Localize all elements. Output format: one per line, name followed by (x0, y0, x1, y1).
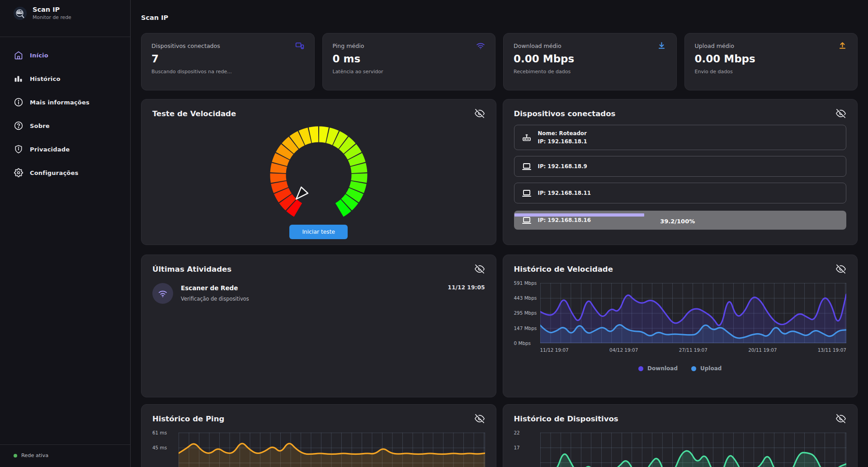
eye-off-icon[interactable] (474, 264, 485, 274)
stat-card-ping: Ping médio 0 ms Latência ao servidor (322, 33, 496, 90)
scan-progress-bar (514, 213, 645, 217)
sidebar-item-historico[interactable]: Histórico (0, 67, 130, 90)
ping-chart-y-axis: 61 ms 45 ms (152, 433, 179, 467)
sidebar-item-mais-informacoes[interactable]: Mais informações (0, 90, 130, 114)
stat-card-upload: Upload médio 0.00 Mbps Envio de dados (684, 33, 858, 90)
download-icon (657, 41, 666, 50)
sidebar-footer: Rede ativa (0, 444, 130, 467)
stat-title: Download médio (514, 42, 561, 49)
sidebar-nav: Início Histórico Mais informações Sobre (0, 43, 130, 184)
speed-test-panel: Teste de Velocidade Iniciar teste (141, 99, 496, 245)
stat-subtitle: Buscando dispositivos na rede... (151, 69, 304, 75)
scan-progress-label: 39.2/100% (660, 217, 695, 224)
home-icon (14, 51, 23, 60)
activity-timestamp: 11/12 19:05 (448, 283, 485, 291)
activities-panel: Últimas Atividades Escaner de Rede Verif… (141, 255, 496, 397)
eye-off-icon[interactable] (474, 413, 485, 424)
page-title: Scan IP (141, 14, 858, 21)
sidebar-item-configuracoes[interactable]: Configurações (0, 161, 130, 184)
eye-off-icon[interactable] (835, 264, 846, 274)
y-tick: 295 Mbps (514, 310, 537, 316)
speedometer-gauge (264, 124, 373, 219)
activity-item: Escaner de Rede Verificação de dispositi… (152, 283, 485, 304)
upload-legend-dot (691, 366, 696, 371)
stat-card-download: Download médio 0.00 Mbps Recebimento de … (503, 33, 677, 90)
panel-title: Dispositivos conectados (514, 109, 616, 118)
speed-history-chart (540, 283, 847, 343)
speed-chart-plot (540, 283, 847, 343)
devices-chart-y-axis: 22 17 (514, 433, 540, 462)
x-tick: 13/11 19:07 (818, 347, 846, 353)
sidebar-item-privacidade[interactable]: Privacidade (0, 137, 130, 161)
x-tick: 27/11 19:07 (679, 347, 708, 353)
y-tick: 147 Mbps (514, 325, 537, 331)
x-tick: 11/12 19:07 (540, 347, 569, 353)
device-ip: IP: 192.168.18.16 (538, 216, 591, 224)
laptop-icon (521, 188, 532, 198)
legend-label: Upload (700, 365, 722, 372)
speed-chart-y-axis: 591 Mbps 443 Mbps 295 Mbps 147 Mbps 0 Mb… (514, 283, 540, 343)
device-row-scanning: IP: 192.168.18.16 39.2/100% (514, 211, 847, 230)
laptop-icon (521, 161, 532, 172)
stat-subtitle: Latência ao servidor (333, 69, 486, 75)
row-ping-deviceshistory: Histórico de Ping 61 ms 45 ms (141, 404, 858, 467)
stat-subtitle: Recebimento de dados (514, 69, 666, 75)
activity-text: Escaner de Rede Verificação de dispositi… (181, 283, 440, 302)
panel-title: Histórico de Velocidade (514, 265, 613, 274)
y-tick: 61 ms (152, 430, 167, 435)
speed-chart-legend: Download Upload (514, 365, 847, 372)
sidebar-divider (0, 37, 130, 37)
download-legend-dot (638, 366, 643, 371)
devices-history-chart (540, 433, 847, 467)
sidebar: Scan IP Monitor de rede Início Histórico (0, 0, 131, 467)
stat-value: 0 ms (333, 53, 486, 65)
stat-title: Ping médio (333, 42, 364, 49)
device-name: Nome: Roteador (538, 129, 587, 137)
eye-off-icon[interactable] (835, 413, 846, 424)
y-tick: 443 Mbps (514, 295, 537, 301)
ping-history-panel: Histórico de Ping 61 ms 45 ms (141, 404, 496, 467)
x-tick: 04/12 19:07 (609, 347, 638, 353)
y-tick: 591 Mbps (514, 280, 537, 286)
stat-card-dispositivos: Dispositivos conectados 7 Buscando dispo… (141, 33, 315, 90)
devices-chart-plot (540, 433, 847, 467)
legend-item-upload: Upload (691, 365, 722, 372)
app-logo-text: Scan IP Monitor de rede (33, 6, 71, 20)
app-name: Scan IP (33, 6, 71, 13)
row-activities-speedhistory: Últimas Atividades Escaner de Rede Verif… (141, 255, 858, 397)
stat-value: 0.00 Mbps (695, 53, 848, 65)
legend-label: Download (647, 365, 678, 372)
wifi-icon (152, 283, 173, 304)
network-status: Rede ativa (0, 445, 130, 467)
ping-history-chart (179, 433, 485, 467)
device-row-router: Nome: Roteador IP: 192.168.18.1 (514, 125, 847, 150)
sidebar-item-inicio[interactable]: Início (0, 43, 130, 67)
device-ip: IP: 192.168.18.9 (538, 162, 587, 170)
device-row: IP: 192.168.18.9 (514, 156, 847, 177)
sidebar-item-label: Histórico (30, 75, 61, 82)
stat-value: 7 (151, 53, 304, 65)
activity-subtitle: Verificação de dispositivos (181, 296, 440, 302)
y-tick: 22 (514, 430, 520, 435)
y-tick: 17 (514, 445, 520, 450)
sidebar-item-label: Privacidade (30, 146, 70, 153)
eye-off-icon[interactable] (474, 108, 485, 119)
sidebar-item-label: Mais informações (30, 99, 90, 106)
eye-off-icon[interactable] (835, 108, 846, 119)
speed-chart-x-axis: 11/12 19:07 04/12 19:07 27/11 19:07 20/1… (540, 347, 847, 353)
devices-icon (295, 41, 304, 50)
ping-chart-plot (179, 433, 485, 467)
sidebar-item-label: Sobre (30, 123, 50, 129)
device-ip: IP: 192.168.18.11 (538, 189, 591, 197)
app-subtitle: Monitor de rede (33, 14, 71, 20)
panel-title: Teste de Velocidade (152, 109, 236, 118)
stat-subtitle: Envio de dados (695, 69, 848, 75)
wifi-icon (476, 41, 485, 50)
router-icon (521, 132, 532, 143)
app-logo-row: Scan IP Monitor de rede (0, 0, 130, 26)
sidebar-item-sobre[interactable]: Sobre (0, 114, 130, 137)
sidebar-item-label: Início (30, 52, 48, 59)
app-logo-icon (14, 7, 27, 20)
start-test-button[interactable]: Iniciar teste (289, 225, 348, 239)
stats-row: Dispositivos conectados 7 Buscando dispo… (141, 33, 858, 90)
